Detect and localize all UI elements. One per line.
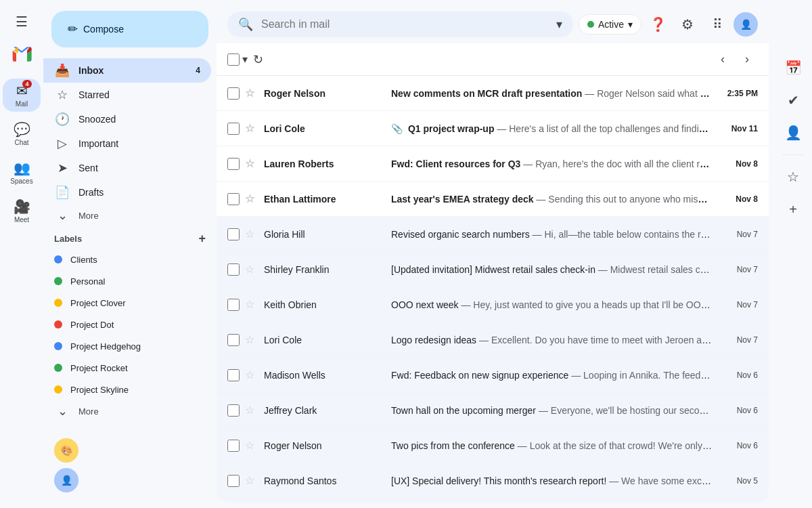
email-subject-preview-11: [UX] Special delivery! This month's rese…	[391, 475, 712, 486]
email-row[interactable]: ☆ Keith Obrien OOO next week — Hey, just…	[217, 287, 769, 322]
email-checkbox-0[interactable]	[227, 87, 240, 100]
sidebar-label-project-hedgehog[interactable]: Project Hedgehog	[43, 335, 211, 357]
star-button-11[interactable]: ☆	[245, 474, 258, 488]
label-dot-project-rocket	[54, 364, 62, 372]
star-button-10[interactable]: ☆	[245, 439, 258, 452]
sidebar-label-project-skyline[interactable]: Project Skyline	[43, 379, 211, 400]
inbox-icon: 📥	[54, 63, 70, 78]
sidebar-item-more1[interactable]: ⌄ More	[43, 205, 217, 226]
email-row[interactable]: ☆ Jeffrey Clark Town hall on the upcomin…	[217, 393, 769, 428]
sidebar-label-project-rocket[interactable]: Project Rocket	[43, 357, 211, 379]
gmail-logo-icon	[11, 43, 32, 65]
email-subject-1: Q1 project wrap-up	[408, 123, 495, 134]
star-button-0[interactable]: ☆	[245, 87, 258, 100]
email-date-5: Nov 7	[717, 265, 758, 274]
account-avatar-1[interactable]: 🎨	[54, 438, 78, 463]
user-avatar[interactable]: 👤	[734, 12, 758, 37]
sidebar-item-important[interactable]: ▷ Important	[43, 131, 211, 156]
email-row[interactable]: ☆ Lauren Roberts Fwd: Client resources f…	[217, 146, 769, 182]
pagination-next-button[interactable]: ›	[736, 49, 758, 70]
star-button-5[interactable]: ☆	[245, 263, 258, 276]
gmail-logo	[3, 43, 41, 65]
apps-button[interactable]: ⠿	[704, 11, 731, 38]
email-preview-7: — Excellent. Do you have time to meet wi…	[479, 335, 712, 345]
email-checkbox-9[interactable]	[227, 404, 240, 417]
meet-icon: 🎥	[14, 198, 30, 215]
star-button-2[interactable]: ☆	[245, 157, 258, 171]
email-row[interactable]: ☆ Lori Cole 📎 Q1 project wrap-up — Here'…	[217, 111, 769, 146]
email-checkbox-3[interactable]	[227, 193, 240, 205]
sidebar-item-more2[interactable]: ⌄ More	[43, 400, 217, 422]
star-button-8[interactable]: ☆	[245, 368, 258, 382]
email-sender-2: Lauren Roberts	[264, 158, 386, 169]
nav-rail-spaces[interactable]: 👥 Spaces	[3, 156, 41, 189]
nav-rail-chat[interactable]: 💬 Chat	[3, 117, 41, 150]
compose-label: Compose	[83, 24, 124, 35]
add-sidebar-button[interactable]: +	[780, 196, 807, 223]
email-row[interactable]: ☆ Gloria Hill Revised organic search num…	[217, 217, 769, 252]
email-row[interactable]: ☆ Madison Wells Fwd: Feedback on new sig…	[217, 358, 769, 393]
important-icon: ▷	[54, 136, 70, 151]
email-sender-4: Gloria Hill	[264, 229, 386, 240]
account-avatar-2[interactable]: 👤	[54, 468, 78, 492]
sidebar-item-sent[interactable]: ➤ Sent	[43, 156, 211, 180]
hamburger-menu-button[interactable]: ☰	[8, 8, 35, 35]
sidebar-item-drafts[interactable]: 📄 Drafts	[43, 180, 211, 205]
email-row[interactable]: ☆ Lori Cole Logo redesign ideas — Excell…	[217, 322, 769, 358]
search-bar[interactable]: 🔍 ▾	[227, 12, 573, 37]
settings-button[interactable]: ⚙	[674, 11, 701, 38]
star-button-3[interactable]: ☆	[245, 192, 258, 206]
label-dot-personal	[54, 277, 62, 285]
email-checkbox-4[interactable]	[227, 228, 240, 240]
sidebar-label-personal[interactable]: Personal	[43, 270, 211, 292]
star-button-6[interactable]: ☆	[245, 298, 258, 312]
nav-rail-mail[interactable]: ✉ 4 Mail	[3, 79, 41, 112]
contacts-button[interactable]: 👤	[780, 119, 807, 146]
email-row[interactable]: ☆ Raymond Santos [UX] Special delivery! …	[217, 463, 769, 499]
labels-add-button[interactable]: +	[198, 232, 206, 246]
pagination-prev-button[interactable]: ‹	[712, 49, 734, 70]
star-button[interactable]: ☆	[780, 163, 807, 190]
sidebar-label-project-clover[interactable]: Project Clover	[43, 292, 211, 314]
email-sender-8: Madison Wells	[264, 370, 386, 381]
help-button[interactable]: ❓	[644, 11, 671, 38]
email-row[interactable]: ☆ Roger Nelson New comments on MCR draft…	[217, 76, 769, 111]
active-status-badge[interactable]: Active ▾	[579, 14, 641, 35]
chat-icon: 💬	[14, 121, 30, 137]
select-dropdown-arrow[interactable]: ▾	[242, 53, 248, 66]
email-row[interactable]: ☆ Lauren, me 2 Re: Project Skylight 1-pa…	[217, 499, 769, 503]
email-checkbox-8[interactable]	[227, 369, 240, 381]
email-checkbox-7[interactable]	[227, 334, 240, 346]
email-checkbox-5[interactable]	[227, 263, 240, 276]
search-chevron-icon[interactable]: ▾	[556, 17, 562, 32]
email-subject-5: [Updated invitation] Midwest retail sale…	[391, 264, 595, 275]
sidebar-item-snoozed[interactable]: 🕐 Snoozed	[43, 107, 211, 131]
label-text-clients: Clients	[70, 255, 97, 265]
email-checkbox-11[interactable]	[227, 475, 240, 487]
star-button-1[interactable]: ☆	[245, 122, 258, 135]
sidebar-item-starred[interactable]: ☆ Starred	[43, 83, 211, 107]
calendar-button[interactable]: 📅	[780, 54, 807, 81]
email-checkbox-2[interactable]	[227, 158, 240, 170]
sidebar-label-project-dot[interactable]: Project Dot	[43, 314, 211, 335]
nav-rail-meet[interactable]: 🎥 Meet	[3, 194, 41, 228]
star-button-4[interactable]: ☆	[245, 228, 258, 241]
tasks-button[interactable]: ✔	[780, 87, 807, 114]
email-checkbox-6[interactable]	[227, 299, 240, 311]
email-subject-preview-4: Revised organic search numbers — Hi, all…	[391, 229, 712, 240]
active-status-text: Active	[598, 19, 624, 30]
star-button-7[interactable]: ☆	[245, 333, 258, 347]
email-checkbox-10[interactable]	[227, 440, 240, 452]
email-checkbox-1[interactable]	[227, 123, 240, 135]
refresh-button[interactable]: ↻	[253, 52, 263, 67]
compose-button[interactable]: ✏ Compose	[51, 11, 208, 47]
email-row[interactable]: ☆ Shirley Franklin [Updated invitation] …	[217, 252, 769, 287]
select-all-checkbox[interactable]	[227, 54, 240, 66]
sidebar-item-inbox[interactable]: 📥 Inbox 4	[43, 58, 211, 83]
email-row[interactable]: ☆ Ethan Lattimore Last year's EMEA strat…	[217, 182, 769, 217]
email-row[interactable]: ☆ Roger Nelson Two pics from the confere…	[217, 428, 769, 463]
sidebar-label-clients[interactable]: Clients	[43, 249, 211, 270]
email-subject-2: Fwd: Client resources for Q3	[391, 158, 520, 169]
search-input[interactable]	[261, 18, 548, 30]
star-button-9[interactable]: ☆	[245, 404, 258, 417]
